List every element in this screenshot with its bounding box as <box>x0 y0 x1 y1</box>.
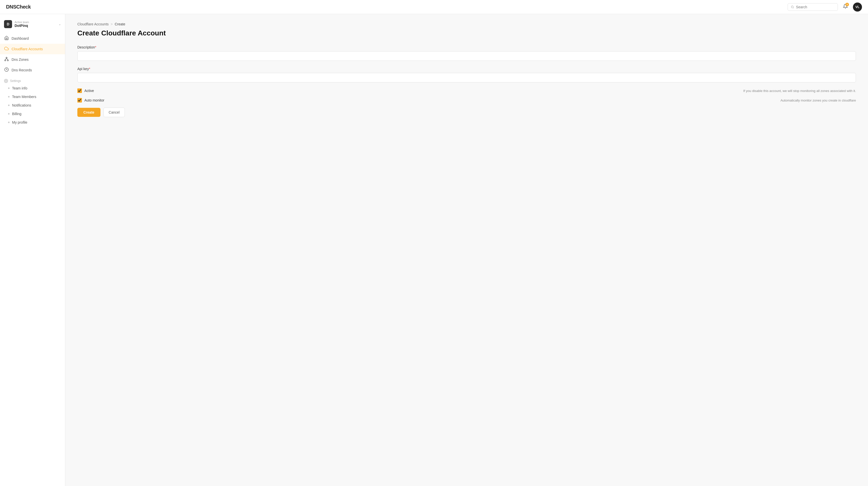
team-label: Active team <box>14 21 29 24</box>
team-avatar: D <box>4 20 12 28</box>
main-content: Cloudflare Accounts > Create Create Clou… <box>65 14 868 486</box>
svg-point-0 <box>792 6 794 8</box>
apikey-input[interactable] <box>78 73 856 83</box>
sidebar-item-notifications-label: Notifications <box>12 103 31 107</box>
sidebar-item-team-members[interactable]: Team Members <box>0 92 65 101</box>
auto-monitor-label[interactable]: Auto monitor <box>84 98 104 102</box>
auto-monitor-hint: Automatically monitor zones you create i… <box>780 98 856 102</box>
sidebar-item-dns-zones[interactable]: Dns Zones <box>0 54 65 65</box>
active-label[interactable]: Active <box>84 89 94 93</box>
apikey-field-group: Api key* <box>78 67 856 83</box>
active-checkbox[interactable] <box>78 88 82 93</box>
description-label: Description* <box>78 45 856 49</box>
required-marker: * <box>89 67 90 71</box>
notification-button[interactable]: 0 <box>842 3 849 11</box>
description-field-group: Description* <box>78 45 856 61</box>
settings-section-label: Settings <box>0 77 65 84</box>
sidebar: D Active team DotPinq ⌄ Dashboard <box>0 14 65 486</box>
required-marker: * <box>95 45 96 49</box>
svg-point-3 <box>5 60 6 61</box>
main-nav: Dashboard Cloudflare Accounts <box>0 32 65 77</box>
auto-monitor-checkbox[interactable] <box>78 98 82 102</box>
search-box[interactable] <box>787 3 838 11</box>
apikey-label: Api key* <box>78 67 856 71</box>
layout: D Active team DotPinq ⌄ Dashboard <box>0 14 868 486</box>
sidebar-item-my-profile[interactable]: My profile <box>0 118 65 127</box>
dot-icon <box>8 104 9 106</box>
logo: DNSCheck <box>6 4 31 10</box>
sidebar-item-cloudflare-accounts[interactable]: Cloudflare Accounts <box>0 44 65 54</box>
svg-line-5 <box>5 58 6 60</box>
active-checkbox-left: Active <box>78 88 94 93</box>
breadcrumb-current: Create <box>115 22 125 26</box>
sidebar-item-dns-zones-label: Dns Zones <box>11 58 29 62</box>
logo-dns: DNS <box>6 4 16 9</box>
description-input[interactable] <box>78 51 856 61</box>
avatar[interactable]: VL <box>853 2 862 11</box>
team-info: D Active team DotPinq <box>4 20 29 28</box>
svg-point-2 <box>6 57 7 59</box>
create-button[interactable]: Create <box>78 108 100 117</box>
search-icon <box>791 5 794 9</box>
settings-label-text: Settings <box>10 79 21 83</box>
sidebar-item-cloudflare-label: Cloudflare Accounts <box>11 47 43 51</box>
breadcrumb-parent[interactable]: Cloudflare Accounts <box>78 22 109 26</box>
auto-monitor-checkbox-group: Auto monitor Automatically monitor zones… <box>78 98 856 102</box>
svg-point-8 <box>5 81 6 82</box>
svg-line-1 <box>793 7 794 8</box>
team-name: DotPinq <box>14 24 29 28</box>
search-input[interactable] <box>796 5 835 9</box>
breadcrumb-separator: > <box>111 22 113 26</box>
sidebar-item-dns-records-label: Dns Records <box>11 68 32 72</box>
clock-icon <box>4 67 9 73</box>
active-checkbox-group: Active If you disable this account, we w… <box>78 88 856 93</box>
cancel-button[interactable]: Cancel <box>103 108 125 117</box>
page-title: Create Cloudflare Account <box>78 29 856 37</box>
svg-line-6 <box>6 58 8 60</box>
sidebar-item-team-info[interactable]: Team info <box>0 84 65 92</box>
sidebar-item-team-info-label: Team info <box>12 86 27 90</box>
active-hint: If you disable this account, we will sto… <box>743 89 856 93</box>
sidebar-item-dashboard-label: Dashboard <box>11 36 29 40</box>
home-icon <box>4 36 9 41</box>
cloud-icon <box>4 46 9 52</box>
logo-check: Check <box>16 4 31 9</box>
sidebar-item-my-profile-label: My profile <box>12 120 27 124</box>
svg-point-4 <box>7 60 8 61</box>
team-details: Active team DotPinq <box>14 21 29 28</box>
dot-icon <box>8 87 9 89</box>
dot-icon <box>8 122 9 123</box>
dot-icon <box>8 113 9 115</box>
sidebar-item-dashboard[interactable]: Dashboard <box>0 33 65 44</box>
gear-icon <box>4 79 8 83</box>
notification-badge: 0 <box>845 3 849 6</box>
sidebar-item-notifications[interactable]: Notifications <box>0 101 65 110</box>
chevron-down-icon: ⌄ <box>59 22 61 26</box>
network-icon <box>4 57 9 62</box>
dot-icon <box>8 96 9 97</box>
sidebar-item-billing[interactable]: Billing <box>0 110 65 118</box>
form-actions: Create Cancel <box>78 108 856 117</box>
sidebar-item-billing-label: Billing <box>12 112 21 116</box>
auto-monitor-checkbox-left: Auto monitor <box>78 98 104 102</box>
sidebar-item-team-members-label: Team Members <box>12 95 36 99</box>
sidebar-item-dns-records[interactable]: Dns Records <box>0 65 65 75</box>
breadcrumb: Cloudflare Accounts > Create <box>78 22 856 26</box>
header: DNSCheck 0 VL <box>0 0 868 14</box>
header-right: 0 VL <box>787 2 862 11</box>
team-selector[interactable]: D Active team DotPinq ⌄ <box>0 18 65 32</box>
